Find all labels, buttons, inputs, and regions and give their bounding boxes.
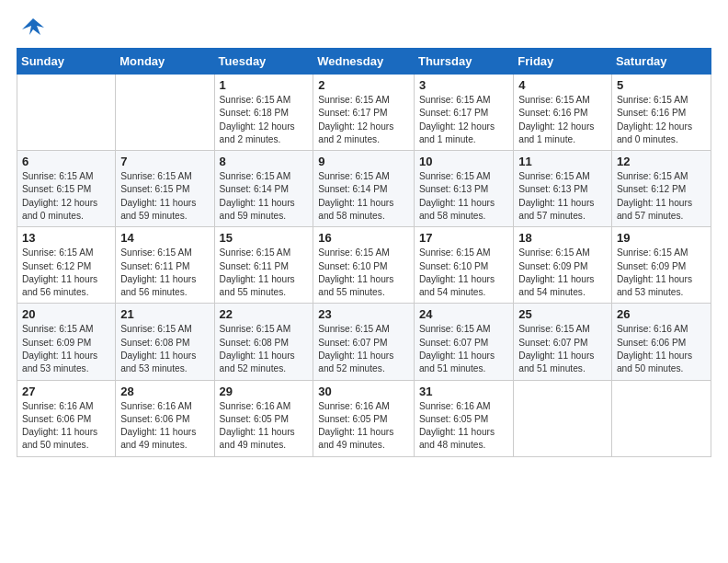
day-number: 12 <box>617 155 706 168</box>
day-detail: Sunrise: 6:15 AMSunset: 6:18 PMDaylight:… <box>220 94 309 146</box>
day-detail: Sunrise: 6:15 AMSunset: 6:07 PMDaylight:… <box>318 323 409 375</box>
day-number: 27 <box>22 385 110 398</box>
day-detail: Sunrise: 6:15 AMSunset: 6:16 PMDaylight:… <box>617 94 706 146</box>
calendar-cell <box>611 380 711 456</box>
day-detail: Sunrise: 6:15 AMSunset: 6:13 PMDaylight:… <box>419 170 508 223</box>
calendar-cell: 6Sunrise: 6:15 AMSunset: 6:15 PMDaylight… <box>17 151 116 227</box>
calendar-cell: 16Sunrise: 6:15 AMSunset: 6:10 PMDayligh… <box>313 227 415 304</box>
day-detail: Sunrise: 6:15 AMSunset: 6:09 PMDaylight:… <box>518 247 607 299</box>
calendar-cell: 23Sunrise: 6:15 AMSunset: 6:07 PMDayligh… <box>313 304 415 380</box>
calendar-cell <box>116 75 214 151</box>
day-detail: Sunrise: 6:15 AMSunset: 6:15 PMDaylight:… <box>120 170 209 223</box>
calendar-cell: 10Sunrise: 6:15 AMSunset: 6:13 PMDayligh… <box>414 151 513 227</box>
day-number: 15 <box>220 231 309 245</box>
page: SundayMondayTuesdayWednesdayThursdayFrid… <box>0 0 728 563</box>
weekday-header-thursday: Thursday <box>414 49 513 75</box>
calendar-cell: 11Sunrise: 6:15 AMSunset: 6:13 PMDayligh… <box>514 151 612 227</box>
weekday-header-tuesday: Tuesday <box>214 49 313 75</box>
weekday-header-friday: Friday <box>514 49 612 75</box>
calendar-cell: 14Sunrise: 6:15 AMSunset: 6:11 PMDayligh… <box>116 227 214 304</box>
day-number: 18 <box>518 231 607 245</box>
calendar-cell: 22Sunrise: 6:15 AMSunset: 6:08 PMDayligh… <box>214 304 313 380</box>
day-number: 3 <box>419 78 508 92</box>
day-detail: Sunrise: 6:15 AMSunset: 6:15 PMDaylight:… <box>22 170 110 223</box>
calendar-cell: 31Sunrise: 6:16 AMSunset: 6:05 PMDayligh… <box>414 380 513 456</box>
day-number: 7 <box>120 155 209 168</box>
day-detail: Sunrise: 6:15 AMSunset: 6:09 PMDaylight:… <box>617 247 706 299</box>
weekday-header-row: SundayMondayTuesdayWednesdayThursdayFrid… <box>17 49 711 75</box>
day-number: 22 <box>220 307 309 321</box>
day-number: 21 <box>120 307 209 321</box>
calendar-cell: 19Sunrise: 6:15 AMSunset: 6:09 PMDayligh… <box>611 227 711 304</box>
calendar-cell: 13Sunrise: 6:15 AMSunset: 6:12 PMDayligh… <box>17 227 116 304</box>
svg-marker-0 <box>22 18 44 35</box>
calendar-cell: 8Sunrise: 6:15 AMSunset: 6:14 PMDaylight… <box>214 151 313 227</box>
day-detail: Sunrise: 6:15 AMSunset: 6:17 PMDaylight:… <box>318 94 409 146</box>
day-number: 8 <box>220 155 309 168</box>
week-row-0: 1Sunrise: 6:15 AMSunset: 6:18 PMDaylight… <box>17 75 711 151</box>
day-detail: Sunrise: 6:15 AMSunset: 6:14 PMDaylight:… <box>318 170 409 223</box>
day-number: 28 <box>120 385 209 398</box>
day-detail: Sunrise: 6:16 AMSunset: 6:05 PMDaylight:… <box>318 400 409 453</box>
week-row-1: 6Sunrise: 6:15 AMSunset: 6:15 PMDaylight… <box>17 151 711 227</box>
calendar-cell: 15Sunrise: 6:15 AMSunset: 6:11 PMDayligh… <box>214 227 313 304</box>
day-detail: Sunrise: 6:16 AMSunset: 6:05 PMDaylight:… <box>419 400 508 453</box>
day-detail: Sunrise: 6:15 AMSunset: 6:14 PMDaylight:… <box>220 170 309 223</box>
day-detail: Sunrise: 6:16 AMSunset: 6:06 PMDaylight:… <box>22 400 110 453</box>
calendar-cell: 20Sunrise: 6:15 AMSunset: 6:09 PMDayligh… <box>17 304 116 380</box>
day-number: 23 <box>318 307 409 321</box>
calendar-cell: 28Sunrise: 6:16 AMSunset: 6:06 PMDayligh… <box>116 380 214 456</box>
day-detail: Sunrise: 6:16 AMSunset: 6:05 PMDaylight:… <box>220 400 309 453</box>
day-number: 14 <box>120 231 209 245</box>
day-detail: Sunrise: 6:15 AMSunset: 6:10 PMDaylight:… <box>318 247 409 299</box>
calendar-cell: 29Sunrise: 6:16 AMSunset: 6:05 PMDayligh… <box>214 380 313 456</box>
calendar-cell: 24Sunrise: 6:15 AMSunset: 6:07 PMDayligh… <box>414 304 513 380</box>
calendar-cell: 2Sunrise: 6:15 AMSunset: 6:17 PMDaylight… <box>313 75 415 151</box>
day-number: 26 <box>617 307 706 321</box>
calendar-cell: 3Sunrise: 6:15 AMSunset: 6:17 PMDaylight… <box>414 75 513 151</box>
day-number: 25 <box>518 307 607 321</box>
header <box>17 15 711 39</box>
calendar-cell: 1Sunrise: 6:15 AMSunset: 6:18 PMDaylight… <box>214 75 313 151</box>
calendar-cell: 30Sunrise: 6:16 AMSunset: 6:05 PMDayligh… <box>313 380 415 456</box>
calendar-cell: 21Sunrise: 6:15 AMSunset: 6:08 PMDayligh… <box>116 304 214 380</box>
calendar-cell: 12Sunrise: 6:15 AMSunset: 6:12 PMDayligh… <box>611 151 711 227</box>
day-detail: Sunrise: 6:15 AMSunset: 6:10 PMDaylight:… <box>419 247 508 299</box>
day-number: 20 <box>22 307 110 321</box>
week-row-3: 20Sunrise: 6:15 AMSunset: 6:09 PMDayligh… <box>17 304 711 380</box>
day-number: 19 <box>617 231 706 245</box>
logo-bird-icon <box>20 15 46 40</box>
day-detail: Sunrise: 6:15 AMSunset: 6:17 PMDaylight:… <box>419 94 508 146</box>
day-detail: Sunrise: 6:15 AMSunset: 6:12 PMDaylight:… <box>617 170 706 223</box>
day-number: 5 <box>617 78 706 92</box>
day-detail: Sunrise: 6:15 AMSunset: 6:08 PMDaylight:… <box>220 323 309 375</box>
calendar-cell: 5Sunrise: 6:15 AMSunset: 6:16 PMDaylight… <box>611 75 711 151</box>
weekday-header-sunday: Sunday <box>17 49 116 75</box>
day-detail: Sunrise: 6:15 AMSunset: 6:11 PMDaylight:… <box>220 247 309 299</box>
day-number: 10 <box>419 155 508 168</box>
day-detail: Sunrise: 6:15 AMSunset: 6:11 PMDaylight:… <box>120 247 209 299</box>
calendar-cell: 7Sunrise: 6:15 AMSunset: 6:15 PMDaylight… <box>116 151 214 227</box>
day-number: 17 <box>419 231 508 245</box>
weekday-header-monday: Monday <box>116 49 214 75</box>
day-number: 1 <box>220 78 309 92</box>
day-detail: Sunrise: 6:15 AMSunset: 6:08 PMDaylight:… <box>120 323 209 375</box>
weekday-header-saturday: Saturday <box>611 49 711 75</box>
day-detail: Sunrise: 6:15 AMSunset: 6:07 PMDaylight:… <box>419 323 508 375</box>
day-number: 4 <box>518 78 607 92</box>
day-number: 30 <box>318 385 409 398</box>
weekday-header-wednesday: Wednesday <box>313 49 415 75</box>
calendar-cell: 18Sunrise: 6:15 AMSunset: 6:09 PMDayligh… <box>514 227 612 304</box>
day-number: 2 <box>318 78 409 92</box>
calendar-cell: 17Sunrise: 6:15 AMSunset: 6:10 PMDayligh… <box>414 227 513 304</box>
day-detail: Sunrise: 6:15 AMSunset: 6:13 PMDaylight:… <box>518 170 607 223</box>
day-number: 16 <box>318 231 409 245</box>
day-detail: Sunrise: 6:15 AMSunset: 6:09 PMDaylight:… <box>22 323 110 375</box>
day-number: 31 <box>419 385 508 398</box>
day-detail: Sunrise: 6:16 AMSunset: 6:06 PMDaylight:… <box>120 400 209 453</box>
calendar-cell <box>17 75 116 151</box>
calendar-cell: 25Sunrise: 6:15 AMSunset: 6:07 PMDayligh… <box>514 304 612 380</box>
calendar-cell: 27Sunrise: 6:16 AMSunset: 6:06 PMDayligh… <box>17 380 116 456</box>
calendar-cell: 26Sunrise: 6:16 AMSunset: 6:06 PMDayligh… <box>611 304 711 380</box>
day-number: 9 <box>318 155 409 168</box>
